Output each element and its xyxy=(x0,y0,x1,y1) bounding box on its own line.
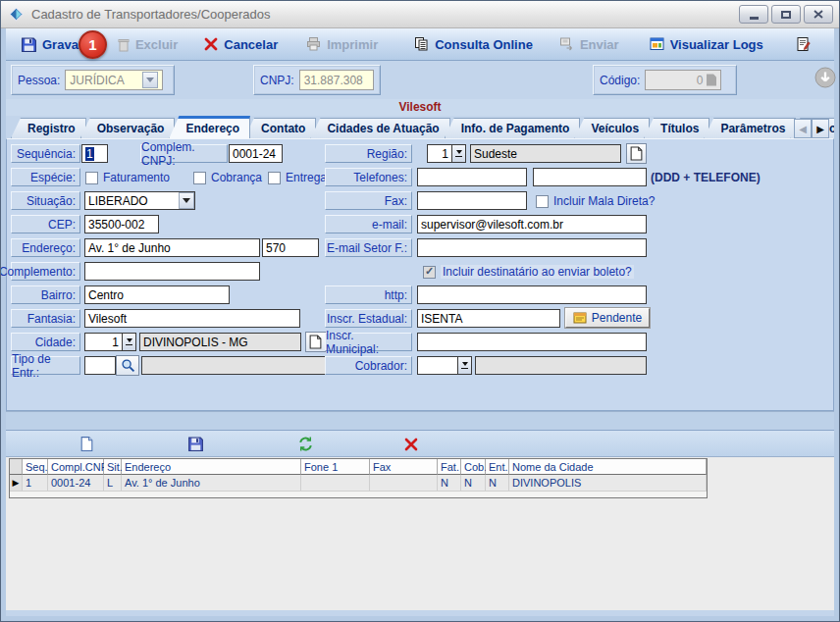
app-diamond-icon xyxy=(9,7,24,22)
complem-cnpj-field[interactable]: 0001-24 xyxy=(229,144,283,163)
detail-section: Seq.Compl.CNPJSit.EndereçoFone 1FaxFat.C… xyxy=(6,430,834,610)
especie-label: Espécie: xyxy=(11,168,80,186)
chevron-down-icon[interactable] xyxy=(179,192,194,209)
grid-column-header[interactable]: Cob. xyxy=(461,459,486,475)
grid-column-header[interactable]: Compl.CNPJ xyxy=(48,459,104,475)
excluir-button[interactable]: Excluir xyxy=(112,34,183,55)
entrega-checkbox[interactable]: Entrega xyxy=(268,171,327,184)
regiao-spinner[interactable]: 1 xyxy=(427,144,466,163)
inscr-municipal-field[interactable] xyxy=(417,333,647,351)
checkbox-icon[interactable] xyxy=(85,172,98,184)
grid-cell[interactable]: 1 xyxy=(23,475,48,492)
grid-cell[interactable]: N xyxy=(461,475,486,492)
fax-field[interactable] xyxy=(417,191,527,210)
grid-column-header[interactable]: Fax xyxy=(370,459,438,475)
grid-cell[interactable]: L xyxy=(104,475,122,492)
sequencia-field[interactable]: 1 xyxy=(81,144,108,163)
tab-scroll-left-button[interactable]: ◀ xyxy=(794,119,812,138)
complemento-field[interactable] xyxy=(84,262,260,281)
tab-registro[interactable]: Registro xyxy=(11,118,86,138)
checkbox-icon[interactable] xyxy=(193,172,206,184)
divider xyxy=(6,411,834,430)
document-icon xyxy=(706,73,717,87)
grid-cell[interactable]: DIVINOPOLIS xyxy=(509,475,707,492)
tab-endere-o[interactable]: Endereço xyxy=(169,116,250,138)
grid-cell[interactable] xyxy=(370,475,438,492)
scroll-down-button[interactable] xyxy=(814,67,836,88)
cidade-spinner[interactable]: 1 xyxy=(84,333,136,351)
grid-column-header[interactable]: Seq. xyxy=(23,459,48,475)
grid-column-header[interactable]: Fone 1 xyxy=(301,459,370,475)
situacao-combo[interactable]: LIBERADO xyxy=(84,191,195,210)
grid-column-header[interactable]: Nome da Cidade xyxy=(509,459,707,475)
tab-observa-o[interactable]: Observação xyxy=(80,118,176,138)
cobranca-checkbox[interactable]: Cobrança xyxy=(193,171,262,184)
tab-par-metros[interactable]: Parâmetros xyxy=(704,118,796,138)
telefone1-field[interactable] xyxy=(417,168,527,186)
spin-arrows-icon[interactable] xyxy=(451,145,465,162)
tab-info-de-pagamento[interactable]: Info. de Pagamento xyxy=(445,118,581,138)
checkbox-icon[interactable] xyxy=(536,195,549,208)
visualizar-logs-button[interactable]: Visualizar Logs xyxy=(644,33,768,55)
magnifier-icon xyxy=(121,358,135,373)
grid-column-header[interactable]: Endereço xyxy=(122,459,301,475)
pendente-button[interactable]: Pendente xyxy=(565,308,650,328)
http-field[interactable] xyxy=(417,285,647,304)
inscr-estadual-field[interactable]: ISENTA xyxy=(417,309,560,328)
bairro-label: Bairro: xyxy=(11,285,80,304)
grid-cell[interactable]: Av. 1° de Junho xyxy=(122,475,301,492)
endereco-field[interactable]: Av. 1° de Junho xyxy=(84,238,260,257)
refresh-button[interactable] xyxy=(295,434,316,454)
grid-cell[interactable]: N xyxy=(438,475,461,492)
enviar-button[interactable]: Enviar xyxy=(553,33,624,55)
cnpj-label: CNPJ: xyxy=(260,74,294,87)
notes-button[interactable] xyxy=(790,33,816,55)
email-setor-field[interactable] xyxy=(417,238,647,257)
tab-scroll-right-button[interactable]: ▶ xyxy=(812,119,829,138)
regiao-label: Região: xyxy=(325,144,412,163)
grid-column-header[interactable]: Sit. xyxy=(104,459,122,475)
bairro-field[interactable]: Centro xyxy=(84,285,230,304)
checkbox-icon[interactable] xyxy=(423,266,436,279)
telefone-hint: (DDD + TELEFONE) xyxy=(651,171,761,184)
gravar-button[interactable]: Gravar xyxy=(16,33,88,56)
maximize-button[interactable] xyxy=(771,5,801,24)
circle-down-arrow-icon xyxy=(814,67,836,88)
boleto-checkbox[interactable]: Incluir destinatário ao enviar boleto? xyxy=(423,265,634,279)
email-field[interactable]: supervisor@vilesoft.com.br xyxy=(417,215,647,233)
checkbox-icon[interactable] xyxy=(268,172,281,184)
tab-t-tulos[interactable]: Títulos xyxy=(644,118,709,138)
table-row[interactable]: ▶10001-24LAv. 1° de JunhoNNNDIVINOPOLIS xyxy=(10,475,707,492)
cep-field[interactable]: 35500-002 xyxy=(84,215,159,233)
tipo-entr-lookup-button[interactable] xyxy=(116,355,139,376)
minimize-button[interactable] xyxy=(739,5,768,24)
grid-column-header[interactable]: Fat. xyxy=(438,459,461,475)
spin-arrows-icon[interactable] xyxy=(122,334,135,350)
cancelar-button[interactable]: Cancelar xyxy=(198,33,283,55)
faturamento-checkbox[interactable]: Faturamento xyxy=(85,171,170,184)
tab-cidades-de-atua-o[interactable]: Cidades de Atuação xyxy=(310,118,449,138)
numero-field[interactable]: 570 xyxy=(262,238,319,257)
grid-cell[interactable] xyxy=(301,475,370,492)
new-record-button[interactable] xyxy=(77,434,97,454)
tipo-entr-field[interactable] xyxy=(84,356,116,375)
cobrador-spinner[interactable] xyxy=(417,356,472,375)
cidade-doc-button[interactable] xyxy=(305,332,326,352)
consulta-online-button[interactable]: Consulta Online xyxy=(408,33,538,55)
telefone2-field[interactable] xyxy=(533,168,647,186)
save-record-button[interactable] xyxy=(185,434,206,454)
delete-record-button[interactable] xyxy=(400,434,421,454)
grid-column-header[interactable]: Ent. xyxy=(486,459,509,475)
tab-contato[interactable]: Contato xyxy=(244,118,316,138)
mala-direta-checkbox[interactable]: Incluir Mala Direta? xyxy=(536,194,655,208)
close-button[interactable] xyxy=(804,5,833,24)
addresses-grid[interactable]: Seq.Compl.CNPJSit.EndereçoFone 1FaxFat.C… xyxy=(9,458,708,498)
fantasia-field[interactable]: Vilesoft xyxy=(84,309,300,328)
regiao-doc-button[interactable] xyxy=(626,143,647,164)
codigo-label: Código: xyxy=(600,74,640,87)
tab-ve-culos[interactable]: Veículos xyxy=(574,118,650,138)
grid-cell[interactable]: 0001-24 xyxy=(48,475,104,492)
imprimir-button[interactable]: Imprimir xyxy=(300,33,383,55)
spin-arrows-icon[interactable] xyxy=(457,357,471,374)
grid-cell[interactable]: N xyxy=(486,475,509,492)
